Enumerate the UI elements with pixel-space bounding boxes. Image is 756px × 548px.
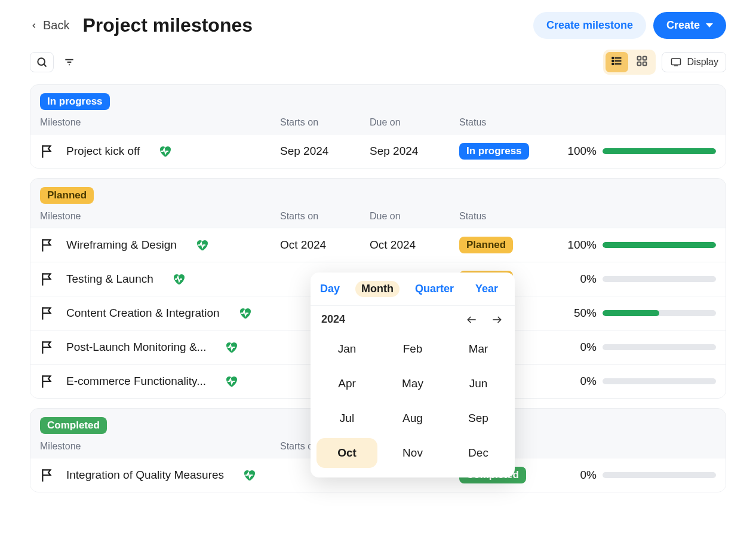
heartbeat-icon <box>223 374 239 388</box>
create-button[interactable]: Create <box>653 12 726 39</box>
starts-on-value: Sep 2024 <box>280 145 364 158</box>
year-nav <box>465 314 504 326</box>
progress-bar <box>603 148 716 154</box>
name-cell: Testing & Launch <box>40 271 274 287</box>
due-on-value: Sep 2024 <box>370 145 453 158</box>
col-starts: Starts on <box>280 211 364 222</box>
page-title: Project milestones <box>82 14 253 36</box>
milestone-name: Testing & Launch <box>66 273 159 286</box>
month-cell[interactable]: Jun <box>448 369 509 399</box>
heartbeat-icon <box>241 468 257 482</box>
progress-percent: 100% <box>549 238 597 252</box>
month-cell[interactable]: Mar <box>448 334 509 364</box>
svg-rect-14 <box>643 62 646 66</box>
name-cell: Wireframing & Design <box>40 237 274 253</box>
milestone-row[interactable]: Project kick offSep 2024Sep 2024In progr… <box>30 134 726 168</box>
progress-bar <box>603 242 716 248</box>
name-cell: Integration of Quality Measures <box>40 467 274 483</box>
caret-down-icon <box>706 23 713 27</box>
heartbeat-icon <box>193 238 210 252</box>
progress-bar <box>603 310 716 316</box>
column-headers: MilestoneStarts onDue onStatus <box>30 204 726 228</box>
svg-rect-13 <box>637 62 641 66</box>
col-starts: Starts on <box>280 117 364 128</box>
arrow-left-icon[interactable] <box>465 314 479 326</box>
month-cell[interactable]: Dec <box>448 438 509 468</box>
display-label: Display <box>687 57 718 68</box>
progress-fill <box>603 310 659 316</box>
progress-percent: 0% <box>549 341 597 354</box>
svg-point-9 <box>612 60 614 62</box>
status-cell: Planned <box>459 237 543 253</box>
svg-point-8 <box>612 57 614 59</box>
milestone-name: Wireframing & Design <box>66 238 183 252</box>
group-header: Planned <box>30 179 726 204</box>
picker-tab-year[interactable]: Year <box>469 281 504 297</box>
display-icon <box>669 57 683 68</box>
month-cell[interactable]: Jan <box>316 334 377 364</box>
filter-icon[interactable] <box>63 56 75 68</box>
col-status: Status <box>459 211 543 222</box>
display-button[interactable]: Display <box>662 52 726 72</box>
milestone-name: Post-Launch Monitoring &... <box>66 341 212 354</box>
list-view-option[interactable] <box>606 52 628 72</box>
heartbeat-icon <box>156 144 173 158</box>
back-label: Back <box>43 19 69 32</box>
month-cell[interactable]: Jul <box>316 403 377 433</box>
group-badge: Planned <box>40 187 94 204</box>
month-grid: JanFebMarAprMayJunJulAugSepOctNovDec <box>311 328 515 477</box>
milestone-name: Project kick off <box>66 145 146 158</box>
heartbeat-icon <box>236 306 253 320</box>
flag-icon <box>40 339 56 355</box>
toolbar: Display <box>30 50 726 75</box>
col-due: Due on <box>370 211 453 222</box>
svg-rect-12 <box>643 57 646 60</box>
month-cell[interactable]: May <box>382 369 443 399</box>
month-cell[interactable]: Apr <box>316 369 377 399</box>
flag-icon <box>40 374 56 389</box>
header-left: Back Project milestones <box>30 14 253 36</box>
milestone-group: In progressMilestoneStarts onDue onStatu… <box>30 84 726 169</box>
flag-icon <box>40 467 56 483</box>
flag-icon <box>40 237 56 253</box>
month-cell[interactable]: Nov <box>382 438 443 468</box>
month-cell[interactable]: Feb <box>382 334 443 364</box>
search-button[interactable] <box>30 52 54 72</box>
progress-percent: 100% <box>549 145 597 158</box>
flag-icon <box>40 271 56 287</box>
svg-point-10 <box>612 63 614 65</box>
view-toggle <box>603 50 656 75</box>
month-cell[interactable]: Oct <box>316 438 377 468</box>
picker-tabs: Day Month Quarter Year <box>311 273 515 306</box>
svg-rect-11 <box>637 57 641 60</box>
picker-tab-month[interactable]: Month <box>355 281 399 297</box>
month-cell[interactable]: Aug <box>382 403 443 433</box>
col-due: Due on <box>370 117 453 128</box>
name-cell: Content Creation & Integration <box>40 305 274 321</box>
grid-view-option[interactable] <box>631 52 653 72</box>
back-button[interactable]: Back <box>30 19 69 32</box>
grid-icon <box>635 55 649 67</box>
arrow-right-icon[interactable] <box>490 314 504 326</box>
group-badge: Completed <box>40 417 107 434</box>
name-cell: Post-Launch Monitoring &... <box>40 339 274 355</box>
flag-icon <box>40 305 56 321</box>
progress-bar <box>603 378 716 384</box>
milestone-row[interactable]: Wireframing & DesignOct 2024Oct 2024Plan… <box>30 228 726 262</box>
col-milestone: Milestone <box>40 117 274 128</box>
flag-icon <box>40 143 56 159</box>
month-cell[interactable]: Sep <box>448 403 509 433</box>
picker-tab-quarter[interactable]: Quarter <box>409 281 460 297</box>
progress-bar <box>603 276 716 282</box>
status-badge: In progress <box>459 143 529 160</box>
picker-tab-day[interactable]: Day <box>314 281 346 297</box>
heartbeat-icon <box>170 272 187 286</box>
progress-fill <box>603 242 716 248</box>
chevron-left-icon <box>30 19 38 32</box>
milestone-name: Integration of Quality Measures <box>66 469 230 482</box>
date-picker-popover: Day Month Quarter Year 2024 JanFebMarApr… <box>311 273 515 477</box>
create-milestone-button[interactable]: Create milestone <box>533 12 646 39</box>
progress-fill <box>603 148 716 154</box>
progress-percent: 0% <box>549 469 597 482</box>
col-milestone: Milestone <box>40 441 274 452</box>
